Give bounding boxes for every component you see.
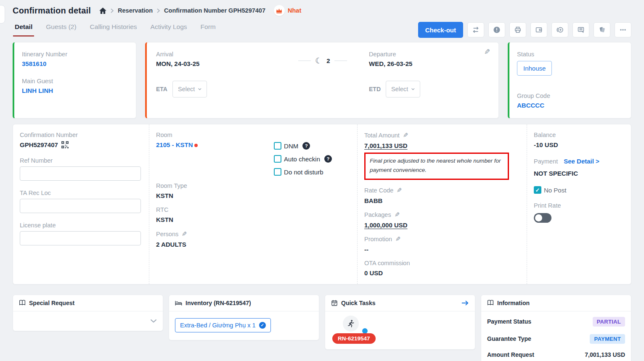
eta-select[interactable]: Select [172,81,207,97]
transfer-icon[interactable] [467,22,484,37]
license-plate-field: License plate [20,222,142,245]
runner-task-icon[interactable] [343,316,359,332]
guarantee-type-row: Guarantee Type PAYMENT [487,330,625,348]
edit-promotion-icon[interactable]: ✎ [395,235,401,243]
qr-code-icon[interactable] [61,141,69,148]
tab-activity-logs[interactable]: Activity Logs [151,23,187,37]
etd-select[interactable]: Select [386,81,420,97]
checkbox-unchecked[interactable] [274,168,281,176]
alert-icon[interactable] [488,22,505,37]
nights-indicator: ☾ 2 [276,57,369,65]
edit-total-amount-icon[interactable]: ✎ [403,132,408,139]
dnm-checkbox[interactable]: DNM ? [274,142,332,150]
departure-field: Departure WED, 26-03-25 [369,51,489,67]
special-request-body [13,311,163,331]
checkbox-unchecked[interactable] [274,155,281,163]
main-guest-field: Main Guest LINH LINH [22,78,128,95]
edit-rate-code-icon[interactable]: ✎ [397,187,402,194]
ref-number-input[interactable] [20,166,141,181]
packages-field: Packages✎ 1,000,000 USD [364,211,520,229]
edit-packages-icon[interactable]: ✎ [395,211,400,219]
total-amount-value[interactable]: 7,001,133 USD [364,142,520,149]
crown-icon [274,5,285,16]
tab-form[interactable]: Form [201,23,216,37]
ref-number-field: Ref Number [20,157,142,181]
inventory-body: Extra-Bed / Giường Phụ x 1 ✓ [169,311,319,340]
chevron-down-icon[interactable] [150,319,157,323]
page-header: Confirmation detail Reservation Confirma… [0,0,644,16]
balance-column: Balance -10 USD Payment See Detail > NOT… [527,124,631,284]
action-toolbar: Check-out [418,22,631,38]
print-rate-toggle[interactable] [534,213,551,223]
amount-request-row: Amount Request 7,001,133 USD [487,348,625,361]
tabs: Detail Guests (2) Calling Histories Acti… [13,23,216,37]
room-field: Room 2105 - KSTN [156,132,198,149]
status-badge[interactable]: Inhouse [517,61,552,76]
payment-see-detail-link[interactable]: See Detail > [564,158,599,165]
room-type-field: Room Type KSTN [156,182,198,199]
etd-field: ETD Select [369,81,489,97]
tab-guests[interactable]: Guests (2) [46,23,76,37]
itinerary-field: Itinerary Number 3581610 [22,51,128,68]
auto-checkin-checkbox[interactable]: Auto checkin ? [274,155,332,163]
room-column: Room 2105 - KSTN Room Type KSTN RTC KSTN… [149,124,357,284]
identifiers-column: Confirmation Number GPH5297407 Ref Numbe… [13,124,149,284]
ta-rec-loc-input[interactable] [20,199,141,213]
do-not-disturb-checkbox[interactable]: Do not disturb [274,168,332,176]
license-plate-input[interactable] [20,231,141,245]
ta-rec-loc-field: TA Rec Loc [20,190,142,213]
help-icon[interactable]: ? [302,142,310,150]
payment-method-value: NOT SPECIFIC [534,170,624,177]
eta-etd-row: ETA Select ETD Select [156,67,489,97]
stay-dates: Arrival MON, 24-03-25 ☾ 2 Departure WED,… [156,51,489,67]
rate-code-field: Rate Code✎ BABB [364,187,520,204]
main-guest-link[interactable]: LINH LINH [22,87,53,94]
itinerary-card: Itinerary Number 3581610 Main Guest LINH… [13,42,136,119]
information-card: Information Payment Status PARTIAL Guara… [481,295,631,361]
packages-value[interactable]: 1,000,000 USD [364,221,520,229]
wallet-icon[interactable] [530,22,547,37]
tab-detail[interactable]: Detail [15,23,32,37]
confirmation-number-value: GPH5297407 [20,141,58,148]
help-icon[interactable]: ? [324,155,332,163]
inventory-chip[interactable]: Extra-Bed / Giường Phụ x 1 ✓ [175,318,271,332]
checkbox-unchecked[interactable] [274,142,281,150]
printer-icon[interactable] [509,22,526,37]
checkout-button[interactable]: Check-out [418,22,463,38]
cards-icon[interactable] [594,22,610,37]
bed-icon [175,300,182,306]
departure-value: WED, 26-03-25 [369,60,489,67]
chevron-down-icon [198,87,201,91]
edit-stay-icon[interactable]: ✎ [484,47,490,56]
tab-calling-histories[interactable]: Calling Histories [90,23,137,37]
checkbox-checked[interactable]: ✓ [534,186,541,194]
chevron-right-icon [111,8,114,13]
task-reservation-badge[interactable]: RN-6219547 [332,333,376,344]
user-chip[interactable]: Nhat [274,5,301,16]
status-card: Status Inhouse Group Code ABCCCC [508,42,631,119]
chevron-down-icon [411,87,415,91]
comment-icon[interactable] [572,22,589,37]
quick-tasks-body: RN-6219547 [325,311,475,349]
persons-field: Persons✎ 2 ADULTS [156,230,198,248]
tab-toolbar-row: Detail Guests (2) Calling Histories Acti… [0,16,644,38]
moon-icon: ☾ [315,57,322,65]
information-body: Payment Status PARTIAL Guarantee Type PA… [481,311,631,361]
drawer-handle[interactable] [0,5,5,24]
group-code-label: Group Code [517,92,623,99]
page-title: Confirmation detail [13,6,91,16]
itinerary-link[interactable]: 3581610 [22,60,46,67]
amounts-column: Total Amount✎ 7,001,133 USD Final price … [357,124,527,284]
room-info: Room 2105 - KSTN Room Type KSTN RTC KSTN… [156,132,198,277]
breadcrumb-reservation[interactable]: Reservation [118,7,153,14]
no-post-checkbox[interactable]: ✓ No Post [534,186,624,194]
home-icon[interactable] [99,8,106,14]
edit-persons-icon[interactable]: ✎ [182,230,187,238]
open-tasks-arrow-icon[interactable] [461,300,469,306]
more-icon[interactable] [615,22,631,37]
inventory-card: Inventory (RN-6219547) Extra-Bed / Giườn… [169,295,319,340]
coin-plus-icon[interactable] [551,22,568,37]
bottom-cards-row: Special Request Inventory (RN-6219547) E… [13,295,631,361]
group-code-link[interactable]: ABCCCC [517,102,544,109]
room-link[interactable]: 2105 - KSTN [156,141,193,148]
